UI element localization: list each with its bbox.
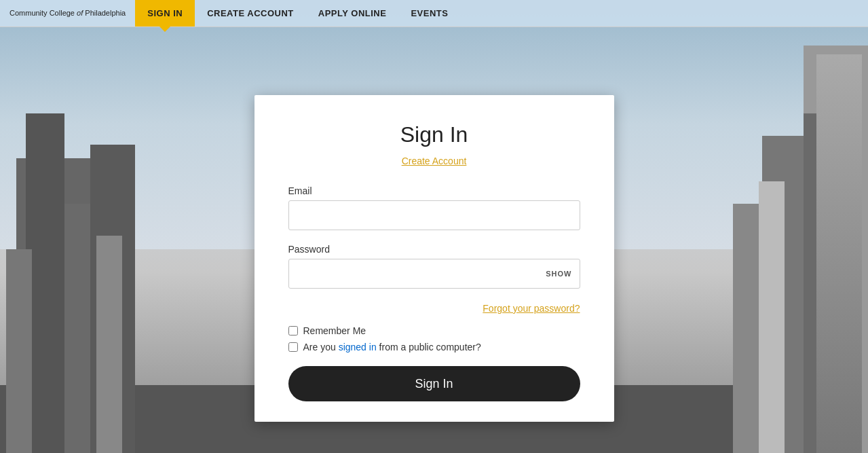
remember-me-row: Remember Me xyxy=(288,325,580,336)
signin-card: Sign In Create Account Email Password SH… xyxy=(254,95,614,422)
remember-me-checkbox[interactable] xyxy=(288,326,298,336)
nav-active-arrow xyxy=(159,26,170,32)
forgot-row: Forgot your password? xyxy=(288,302,580,314)
show-password-button[interactable]: SHOW xyxy=(546,270,571,278)
checkbox-group: Remember Me Are you signed in from a pub… xyxy=(288,325,580,352)
nav-sign-in-label: SIGN IN xyxy=(147,8,183,18)
signin-title: Sign In xyxy=(288,122,580,147)
public-computer-row: Are you signed in from a public computer… xyxy=(288,342,580,352)
public-computer-label: Are you signed in from a public computer… xyxy=(303,342,481,352)
navbar: Community College of Philadelphia SIGN I… xyxy=(0,0,868,27)
password-input[interactable] xyxy=(288,259,580,289)
email-input[interactable] xyxy=(288,200,580,230)
nav-create-account[interactable]: CREATE ACCOUNT xyxy=(195,0,306,26)
logo: Community College of Philadelphia xyxy=(0,0,135,26)
forgot-password-link[interactable]: Forgot your password? xyxy=(483,303,580,314)
nav-apply-online-label: APPLY ONLINE xyxy=(318,8,387,18)
create-account-link[interactable]: Create Account xyxy=(288,156,580,166)
password-label: Password xyxy=(288,244,580,255)
nav-apply-online[interactable]: APPLY ONLINE xyxy=(306,0,399,26)
modal-overlay: Sign In Create Account Email Password SH… xyxy=(0,27,868,453)
email-label: Email xyxy=(288,185,580,196)
nav-events-label: EVENTS xyxy=(411,8,448,18)
remember-me-label: Remember Me xyxy=(303,325,366,336)
password-field-group: Password SHOW xyxy=(288,244,580,289)
nav-sign-in[interactable]: SIGN IN xyxy=(135,0,195,26)
signin-button[interactable]: Sign In xyxy=(288,366,580,401)
public-computer-checkbox[interactable] xyxy=(288,342,298,352)
password-wrapper: SHOW xyxy=(288,259,580,289)
nav-events[interactable]: EVENTS xyxy=(398,0,460,26)
nav-create-account-label: CREATE ACCOUNT xyxy=(207,8,294,18)
email-field-group: Email xyxy=(288,185,580,230)
